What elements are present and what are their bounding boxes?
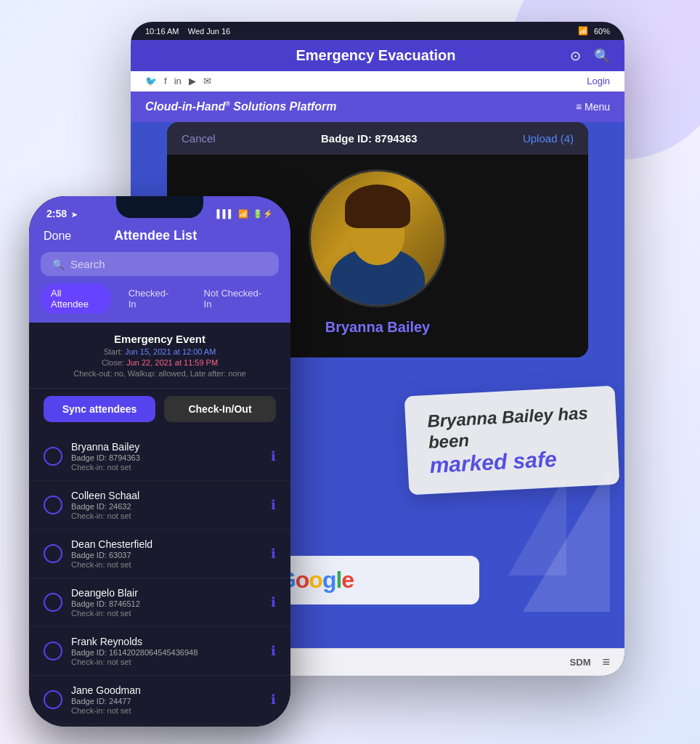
phone-notch	[116, 196, 203, 218]
badge-upload-button[interactable]: Upload (4)	[523, 132, 574, 145]
attendee-checkin-5: Check-in: not set	[71, 706, 262, 715]
attendee-circle-3	[44, 593, 62, 612]
avatar-hair	[345, 185, 410, 228]
tab-all-attendee[interactable]: All Attendee	[41, 283, 111, 314]
phone-event-info: Emergency Event Start: Jun 15, 2021 at 1…	[29, 323, 290, 389]
sync-attendees-button[interactable]: Sync attendees	[44, 396, 155, 422]
attendee-info-icon-5[interactable]: ℹ	[271, 692, 276, 708]
tablet-menu-button[interactable]: ≡ Menu	[576, 101, 610, 113]
checkin-out-button[interactable]: Check-In/Out	[164, 396, 276, 422]
phone-done-button[interactable]: Done	[44, 230, 71, 243]
attendee-checkin-0: Check-in: not set	[71, 463, 262, 472]
tablet-nav-icons[interactable]: ⊙ 🔍	[570, 48, 610, 64]
attendee-item-1[interactable]: Colleen Schaal Badge ID: 24632 Check-in:…	[29, 481, 290, 530]
location-icon: ➤	[71, 211, 77, 219]
phone-time: 2:58 ➤	[46, 208, 77, 219]
tablet-nav-bar: Emergency Evacuation ⊙ 🔍	[131, 40, 624, 71]
attendee-name-3: Deangelo Blair	[71, 587, 262, 599]
search-icon[interactable]: 🔍	[594, 48, 610, 64]
youtube-icon[interactable]: ▶	[189, 76, 196, 86]
attendee-info-icon-4[interactable]: ℹ	[271, 643, 276, 659]
attendee-info-2: Dean Chesterfield Badge ID: 63037 Check-…	[71, 538, 262, 569]
tablet-status-icons: 📶 60%	[578, 26, 610, 36]
attendee-checkin-1: Check-in: not set	[71, 512, 262, 520]
attendee-circle-0	[44, 447, 62, 466]
phone-device: 2:58 ➤ ▌▌▌ 📶 🔋⚡ Done Attendee List 🔍 Sea…	[29, 196, 290, 727]
attendee-name-4: Frank Reynolds	[71, 636, 262, 647]
tablet-sdm-label: SDM	[570, 657, 591, 668]
attendee-item-0[interactable]: Bryanna Bailey Badge ID: 8794363 Check-i…	[29, 432, 290, 481]
tablet-social-bar: 🐦 f in ▶ ✉ Login	[131, 71, 624, 92]
tablet-brand-bar: Cloud-in-Hand® Solutions Platform ≡ Menu	[131, 92, 624, 122]
attendee-info-3: Deangelo Blair Badge ID: 8746512 Check-i…	[71, 587, 262, 618]
attendee-name-5: Jane Goodman	[71, 684, 262, 696]
event-start: Start: Jun 15, 2021 at 12:00 AM	[44, 347, 276, 356]
attendee-info-icon-1[interactable]: ℹ	[271, 497, 276, 513]
linkedin-icon[interactable]: in	[174, 76, 182, 86]
phone-nav-title: Attendee List	[114, 228, 197, 243]
search-placeholder: Search	[70, 258, 105, 270]
attendee-item-2[interactable]: Dean Chesterfield Badge ID: 63037 Check-…	[29, 530, 290, 578]
attendee-badge-5: Badge ID: 24477	[71, 697, 262, 705]
event-title: Emergency Event	[44, 333, 276, 345]
email-icon[interactable]: ✉	[203, 76, 211, 86]
tab-not-checked-in[interactable]: Not Checked-In	[194, 283, 279, 314]
google-e: e	[341, 567, 354, 593]
badge-person-name: Bryanna Bailey	[325, 319, 431, 336]
phone-search-bar: 🔍 Search	[29, 252, 290, 283]
tablet-date: Wed Jun 16	[188, 27, 231, 36]
event-checkout-info: Check-out: no, Walkup: allowed, Late aft…	[44, 369, 276, 378]
phone-search-input[interactable]: 🔍 Search	[41, 252, 279, 276]
brand-name-text: Cloud-in-Hand® Solutions Platform	[145, 100, 337, 113]
tablet-status-bar: 10:16 AM Wed Jun 16 📶 60%	[131, 22, 624, 40]
phone-screen: 2:58 ➤ ▌▌▌ 📶 🔋⚡ Done Attendee List 🔍 Sea…	[29, 196, 290, 727]
tablet-bottom-menu-icon[interactable]: ≡	[602, 655, 610, 670]
google-g2: g	[322, 567, 336, 593]
attendee-info-0: Bryanna Bailey Badge ID: 8794363 Check-i…	[71, 441, 262, 472]
attendee-circle-1	[44, 496, 62, 514]
tab-checked-in[interactable]: Checked-In	[118, 283, 187, 314]
attendee-name-1: Colleen Schaal	[71, 490, 262, 501]
battery-charging-icon: 🔋⚡	[253, 209, 273, 219]
badge-id-title: Badge ID: 8794363	[321, 132, 418, 145]
brand-name: Cloud-in-Hand® Solutions Platform	[145, 100, 337, 113]
attendee-item-5[interactable]: Jane Goodman Badge ID: 24477 Check-in: n…	[29, 676, 290, 724]
google-o1: o	[296, 567, 309, 593]
twitter-icon[interactable]: 🐦	[145, 76, 157, 86]
attendee-info-5: Jane Goodman Badge ID: 24477 Check-in: n…	[71, 684, 262, 715]
attendee-checkin-4: Check-in: not set	[71, 658, 262, 666]
attendee-checkin-3: Check-in: not set	[71, 609, 262, 618]
attendee-badge-1: Badge ID: 24632	[71, 502, 262, 511]
battery-icon: 60%	[594, 27, 610, 36]
wifi-icon: 📶	[238, 209, 248, 219]
attendee-badge-2: Badge ID: 63037	[71, 551, 262, 559]
event-close: Close: Jun 22, 2021 at 11:59 PM	[44, 358, 276, 367]
attendee-info-icon-3[interactable]: ℹ	[271, 594, 276, 610]
attendee-item-4[interactable]: Frank Reynolds Badge ID: 161420280645454…	[29, 627, 290, 676]
badge-cancel-button[interactable]: Cancel	[182, 132, 216, 145]
facebook-icon[interactable]: f	[164, 76, 167, 86]
attendee-item-3[interactable]: Deangelo Blair Badge ID: 8746512 Check-i…	[29, 578, 290, 627]
badge-modal-header: Cancel Badge ID: 8794363 Upload (4)	[167, 122, 588, 155]
camera-icon[interactable]: ⊙	[570, 48, 581, 64]
attendee-info-icon-2[interactable]: ℹ	[271, 546, 276, 562]
google-o2: o	[309, 567, 322, 593]
tablet-nav-title: Emergency Evacuation	[296, 47, 455, 64]
phone-attendees-list: Bryanna Bailey Badge ID: 8794363 Check-i…	[29, 432, 290, 727]
attendee-info-icon-0[interactable]: ℹ	[271, 448, 276, 464]
attendee-info-4: Frank Reynolds Badge ID: 161420280645454…	[71, 636, 262, 666]
phone-status-icons: ▌▌▌ 📶 🔋⚡	[217, 209, 273, 219]
attendee-badge-0: Badge ID: 8794363	[71, 453, 262, 462]
attendee-info-1: Colleen Schaal Badge ID: 24632 Check-in:…	[71, 490, 262, 520]
attendee-circle-2	[44, 544, 62, 563]
badge-avatar	[309, 169, 447, 307]
wifi-icon: 📶	[578, 26, 588, 36]
attendee-badge-3: Badge ID: 8746512	[71, 599, 262, 608]
tablet-status-time: 10:16 AM Wed Jun 16	[145, 27, 230, 36]
attendee-badge-4: Badge ID: 16142028064545436948	[71, 648, 262, 657]
attendee-name-2: Dean Chesterfield	[71, 538, 262, 550]
attendee-name-0: Bryanna Bailey	[71, 441, 262, 453]
tablet-time: 10:16 AM	[145, 27, 179, 36]
phone-nav-bar: Done Attendee List	[29, 224, 290, 252]
login-link[interactable]: Login	[587, 76, 610, 86]
